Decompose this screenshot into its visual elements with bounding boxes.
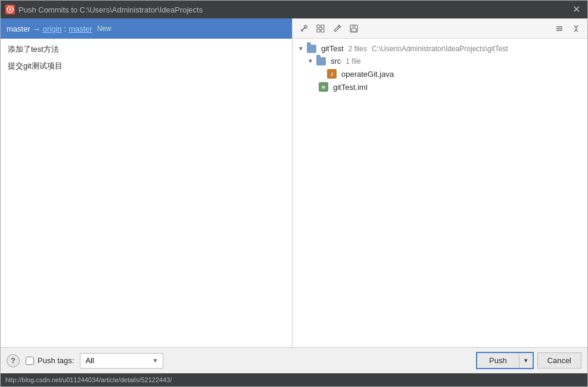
commits-list: 添加了test方法 提交git测试项目 xyxy=(1,39,292,347)
push-tags-text: Push tags: xyxy=(38,356,74,365)
dropdown-arrow: ▼ xyxy=(153,357,158,364)
help-button[interactable]: ? xyxy=(7,354,20,367)
files-tree: ▼ gitTest 2 files C:\Users\Administrator… xyxy=(293,39,587,347)
tree-root-item[interactable]: ▼ gitTest 2 files C:\Users\Administrator… xyxy=(293,42,587,55)
expand-all-button[interactable] xyxy=(570,22,583,35)
close-button[interactable]: ✕ xyxy=(570,4,583,15)
title-bar-left: Push Commits to C:\Users\Administrator\I… xyxy=(5,5,203,14)
src-folder-name: src xyxy=(331,57,341,65)
svg-rect-10 xyxy=(352,25,356,28)
tree-src-item[interactable]: ▼ src 1 file xyxy=(293,55,587,67)
src-folder-meta: 1 file xyxy=(346,57,360,65)
java-file-name: operateGit.java xyxy=(341,70,394,79)
collapse-arrow-src: ▼ xyxy=(307,58,314,64)
main-content: master → origin : master New 添加了test方法 提… xyxy=(1,18,587,347)
svg-point-1 xyxy=(9,8,11,11)
right-toolbar xyxy=(293,18,587,39)
cancel-button[interactable]: Cancel xyxy=(537,352,581,369)
svg-rect-8 xyxy=(321,29,324,32)
remote-link[interactable]: origin xyxy=(43,24,62,33)
svg-rect-7 xyxy=(317,29,320,32)
branch-to-link[interactable]: master xyxy=(69,24,92,33)
right-panel: ▼ gitTest 2 files C:\Users\Administrator… xyxy=(293,18,587,347)
structure-toolbar-button[interactable] xyxy=(314,22,327,35)
toolbar-left xyxy=(297,22,360,35)
title-bar: Push Commits to C:\Users\Administrator\I… xyxy=(1,1,587,18)
push-dropdown-arrow[interactable]: ▼ xyxy=(519,353,533,368)
root-folder-path: C:\Users\Administrator\IdeaProjects\gitT… xyxy=(372,45,508,53)
status-text: http://blog.csdn.net/u011244034/article/… xyxy=(5,376,172,383)
bottom-left: ? Push tags: All ▼ xyxy=(7,353,163,369)
tree-iml-file-item[interactable]: M gitTest.iml xyxy=(293,80,587,93)
git-icon xyxy=(5,5,15,14)
tree-java-file-item[interactable]: J operateGit.java xyxy=(293,67,587,80)
window-title: Push Commits to C:\Users\Administrator\I… xyxy=(18,5,203,14)
svg-rect-5 xyxy=(317,25,320,28)
toolbar-right xyxy=(553,22,583,35)
push-button[interactable]: Push xyxy=(477,353,519,368)
new-badge: New xyxy=(97,24,111,33)
left-panel: master → origin : master New 添加了test方法 提… xyxy=(1,18,293,347)
branch-from-label: master xyxy=(7,24,30,33)
collapse-arrow-root: ▼ xyxy=(297,45,304,52)
bottom-bar: ? Push tags: All ▼ Push ▼ Cancel xyxy=(1,347,587,373)
root-folder-meta: 2 files xyxy=(349,45,367,53)
separator-label: : xyxy=(64,24,67,33)
push-tags-checkbox[interactable] xyxy=(26,357,34,365)
dialog-window: Push Commits to C:\Users\Administrator\I… xyxy=(0,0,588,387)
dropdown-value: All xyxy=(85,356,94,365)
push-tags-label: Push tags: xyxy=(26,356,74,365)
bottom-right: Push ▼ Cancel xyxy=(476,352,581,369)
svg-rect-11 xyxy=(351,29,356,32)
status-bar: http://blog.csdn.net/u011244034/article/… xyxy=(1,373,587,386)
arrow-label: → xyxy=(33,24,41,33)
push-tags-dropdown[interactable]: All ▼ xyxy=(80,353,163,369)
save-toolbar-button[interactable] xyxy=(347,22,360,35)
push-btn-group: Push ▼ xyxy=(476,352,534,369)
svg-rect-6 xyxy=(321,25,324,28)
collapse-all-button[interactable] xyxy=(553,22,566,35)
iml-file-name: gitTest.iml xyxy=(333,83,368,92)
edit-toolbar-button[interactable] xyxy=(331,22,344,35)
root-folder-name: gitTest xyxy=(321,44,344,53)
branch-header: master → origin : master New xyxy=(1,18,292,39)
commit-item[interactable]: 添加了test方法 xyxy=(1,41,292,58)
pin-toolbar-button[interactable] xyxy=(297,22,310,35)
commit-item[interactable]: 提交git测试项目 xyxy=(1,58,292,74)
